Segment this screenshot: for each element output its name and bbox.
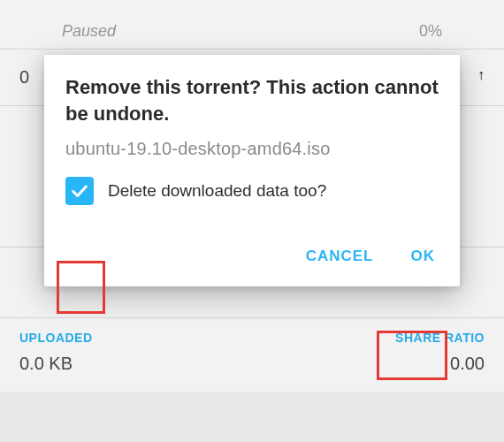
delete-data-checkbox-row[interactable]: Delete downloaded data too? [44, 177, 460, 233]
delete-data-checkbox-label: Delete downloaded data too? [108, 181, 326, 201]
dialog-torrent-name: ubuntu-19.10-desktop-amd64.iso [44, 139, 460, 177]
cancel-button[interactable]: CANCEL [290, 237, 390, 276]
dialog-actions: CANCEL OK [44, 233, 460, 286]
remove-torrent-dialog: Remove this torrent? This action cannot … [44, 55, 460, 286]
delete-data-checkbox[interactable] [65, 177, 94, 205]
dialog-title: Remove this torrent? This action cannot … [44, 74, 460, 139]
modal-overlay: Remove this torrent? This action cannot … [0, 0, 504, 442]
check-icon [70, 181, 89, 201]
ok-button[interactable]: OK [395, 237, 452, 276]
